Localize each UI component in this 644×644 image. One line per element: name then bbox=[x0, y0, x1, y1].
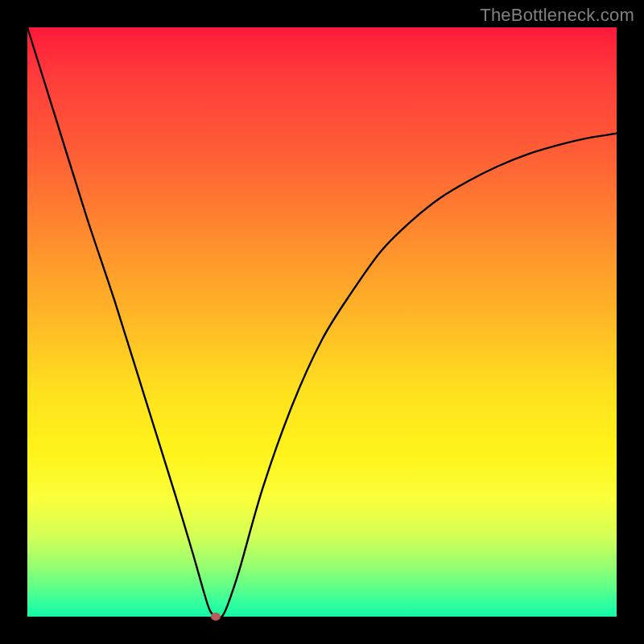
bottleneck-curve-path bbox=[27, 27, 617, 617]
optimal-point-marker bbox=[211, 613, 221, 621]
curve-svg bbox=[27, 27, 617, 617]
chart-frame: TheBottleneck.com bbox=[0, 0, 644, 644]
plot-area bbox=[27, 27, 617, 617]
watermark-text: TheBottleneck.com bbox=[480, 5, 634, 26]
